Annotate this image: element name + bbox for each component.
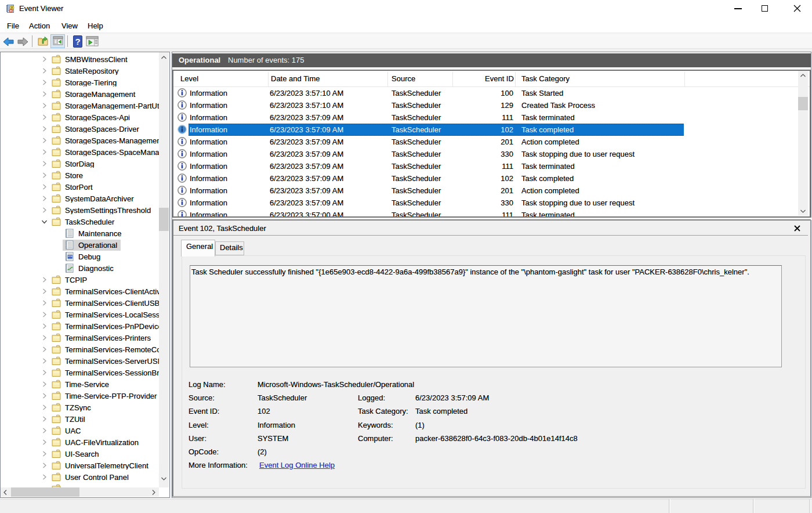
svg-text:?: ? <box>75 37 80 46</box>
